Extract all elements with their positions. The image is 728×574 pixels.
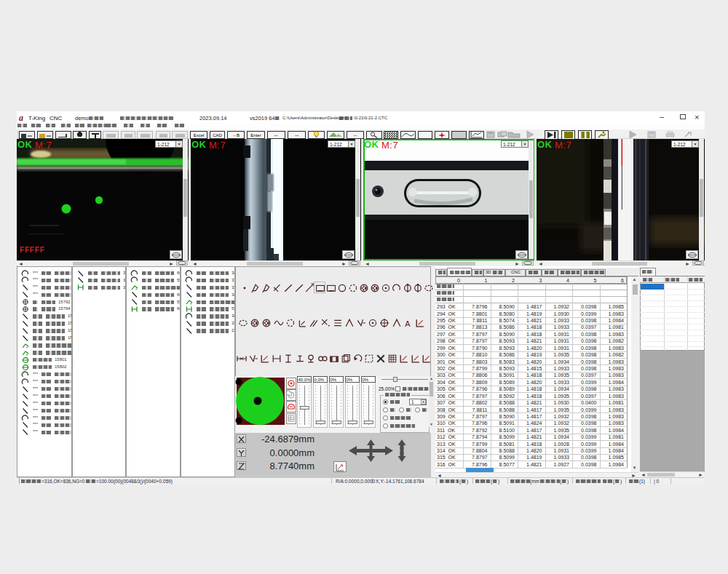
svg-text:FFFFF: FFFFF — [20, 246, 45, 254]
svg-text:A: A — [405, 319, 411, 328]
